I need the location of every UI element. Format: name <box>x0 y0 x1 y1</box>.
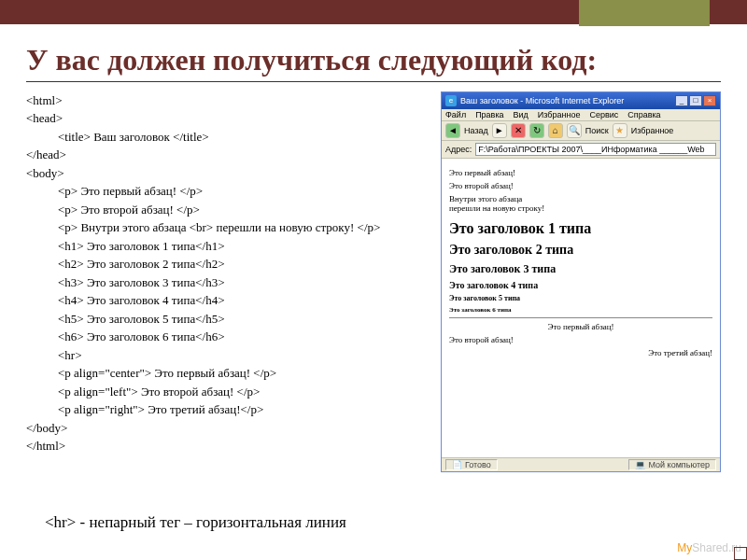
close-button[interactable]: × <box>703 95 716 106</box>
browser-window-title: Ваш заголовок - Microsoft Internet Explo… <box>460 96 624 105</box>
rendered-p-center: Это первый абзац! <box>449 322 712 331</box>
code-line: <h1> Это заголовок 1 типа</h1> <box>26 237 428 256</box>
browser-menubar: ФайлПравкаВидИзбранноеСервисСправка <box>442 109 720 121</box>
favorites-button[interactable]: ★ <box>613 123 627 138</box>
code-line: </body> <box>26 419 428 438</box>
code-line: <h6> Это заголовок 6 типа</h6> <box>26 328 428 346</box>
address-bar: Адрес: <box>442 141 720 159</box>
menu-item[interactable]: Сервис <box>589 110 618 119</box>
code-line: <h3> Это заголовок 3 типа</h3> <box>26 273 428 292</box>
stop-button[interactable]: ✕ <box>511 123 526 138</box>
computer-icon: 💻 <box>635 460 645 469</box>
corner-decoration <box>734 547 747 560</box>
browser-viewport: Это первый абзац! Это второй абзац! Внут… <box>442 159 720 457</box>
code-line: <h4> Это заголовок 4 типа</h4> <box>26 291 428 310</box>
rendered-hr <box>449 317 712 318</box>
menu-item[interactable]: Правка <box>475 110 503 119</box>
ie-icon: e <box>445 95 457 106</box>
search-label: Поиск <box>585 126 609 135</box>
rendered-p2: Это второй абзац! <box>449 181 712 190</box>
rendered-p-left: Это второй абзац! <box>449 335 712 344</box>
code-line: <p> Это второй абзац! </p> <box>26 201 428 219</box>
browser-titlebar: e Ваш заголовок - Microsoft Internet Exp… <box>442 92 720 109</box>
browser-window: e Ваш заголовок - Microsoft Internet Exp… <box>441 91 721 472</box>
status-zone: 💻 Мой компьютер <box>628 459 716 470</box>
menu-item[interactable]: Вид <box>514 110 529 119</box>
forward-button[interactable]: ► <box>492 123 507 138</box>
code-line: <p align="left"> Это второй абзац! </p> <box>26 383 428 401</box>
rendered-h2: Это заголовок 2 типа <box>449 243 712 258</box>
code-line: <title> Ваш заголовок </title> <box>26 128 428 147</box>
code-line: <body> <box>26 164 428 183</box>
minimize-button[interactable]: _ <box>675 95 688 106</box>
code-line: </head> <box>26 146 428 164</box>
title-underline <box>26 81 721 82</box>
menu-item[interactable]: Справка <box>627 110 660 119</box>
back-button[interactable]: ◄ <box>445 123 460 138</box>
address-label: Адрес: <box>445 145 472 154</box>
maximize-button[interactable]: □ <box>689 95 702 106</box>
menu-item[interactable]: Избранное <box>538 110 581 119</box>
footer-note: <hr> - непарный тег – горизонтальная лин… <box>45 513 346 532</box>
search-button[interactable]: 🔍 <box>567 123 582 138</box>
rendered-h5: Это заголовок 5 типа <box>449 294 712 302</box>
code-line: <p align="center"> Это первый абзац! </p… <box>26 364 428 383</box>
browser-statusbar: 📄 Готово 💻 Мой компьютер <box>442 457 720 471</box>
decorative-top-accent <box>579 0 710 26</box>
code-line: <html> <box>26 91 428 110</box>
back-label: Назад <box>464 126 488 135</box>
code-line: <p> Внутри этого абзаца <br> перешли на … <box>26 218 428 237</box>
code-line: <head> <box>26 109 428 128</box>
rendered-h3: Это заголовок 3 типа <box>449 262 712 276</box>
rendered-p-right: Это третий абзац! <box>449 348 712 357</box>
slide-title: У вас должен получиться следующий код: <box>26 43 721 77</box>
watermark: MyShared.ru <box>677 541 741 554</box>
address-input[interactable] <box>475 143 716 156</box>
rendered-p1: Это первый абзац! <box>449 168 712 177</box>
code-line: <p align="right"> Это третий абзац!</p> <box>26 400 428 419</box>
menu-item[interactable]: Файл <box>445 110 466 119</box>
code-line: <h2> Это заголовок 2 типа</h2> <box>26 255 428 273</box>
code-listing: <html><head><title> Ваш заголовок </titl… <box>26 91 428 472</box>
code-line: <h5> Это заголовок 5 типа</h5> <box>26 310 428 329</box>
rendered-p3: Внутри этого абзаца перешли на новую стр… <box>449 194 712 213</box>
favorites-label: Избранное <box>631 126 674 135</box>
done-icon: 📄 <box>452 460 462 469</box>
code-line: <p> Это первый абзац! </p> <box>26 182 428 201</box>
code-line: </html> <box>26 437 428 455</box>
home-button[interactable]: ⌂ <box>548 123 563 138</box>
browser-toolbar: ◄ Назад ► ✕ ↻ ⌂ 🔍 Поиск ★ Избранное <box>442 121 720 141</box>
status-done: 📄 Готово <box>445 459 498 470</box>
refresh-button[interactable]: ↻ <box>529 123 544 138</box>
rendered-h4: Это заголовок 4 типа <box>449 280 712 290</box>
rendered-h1: Это заголовок 1 типа <box>449 220 712 237</box>
rendered-h6: Это заголовок 6 типа <box>449 306 712 314</box>
code-line: <hr> <box>26 346 428 365</box>
